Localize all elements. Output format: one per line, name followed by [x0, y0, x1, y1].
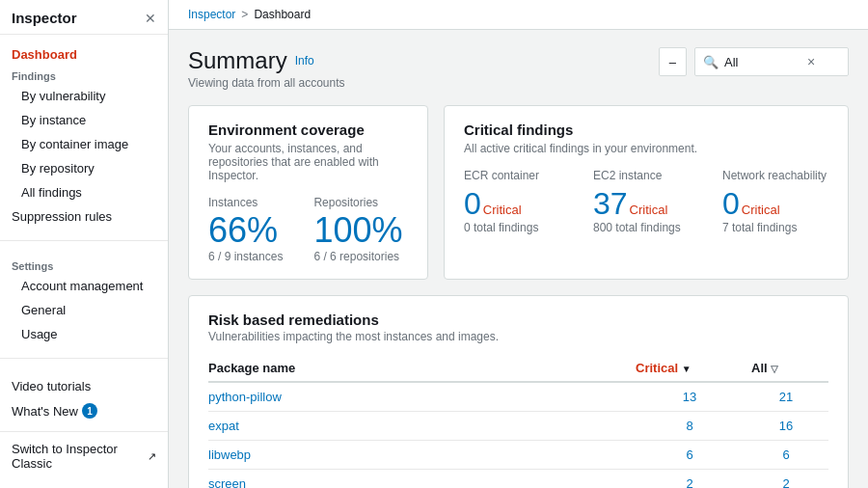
table-row: libwebp 6 6: [208, 441, 828, 470]
env-coverage-title: Environment coverage: [208, 122, 408, 138]
pkg-critical-cell: 13: [636, 382, 751, 412]
sort-icon: ▽: [771, 364, 778, 374]
sidebar-item-by-instance[interactable]: By instance: [0, 108, 168, 132]
pkg-name-cell: screen: [208, 470, 636, 489]
pkg-link[interactable]: expat: [208, 419, 239, 433]
sidebar-settings-label: Settings: [0, 257, 168, 274]
network-label: Network reachability: [722, 169, 828, 182]
critical-findings-title: Critical findings: [464, 122, 828, 138]
ec2-label: EC2 instance: [593, 169, 699, 182]
th-package-name: Package name: [208, 355, 636, 382]
network-critical-label: Critical: [742, 203, 780, 216]
pkg-critical-cell: 8: [636, 412, 751, 441]
sidebar-item-by-vulnerability[interactable]: By vulnerability: [0, 84, 168, 108]
sidebar-item-suppression-rules[interactable]: Suppression rules: [0, 204, 168, 229]
sidebar-item-usage[interactable]: Usage: [0, 322, 168, 346]
pkg-name-cell: libwebp: [208, 441, 636, 470]
ec2-sub: 800 total findings: [593, 221, 699, 234]
ecr-value: 0Critical: [464, 188, 570, 219]
search-box: 🔍 ×: [694, 47, 849, 76]
sidebar-title: Inspector: [12, 10, 77, 26]
sidebar-divider-1: [0, 240, 168, 241]
pkg-all-cell: 2: [751, 470, 828, 489]
breadcrumb-parent[interactable]: Inspector: [188, 8, 235, 21]
ec2-value: 37Critical: [593, 188, 699, 219]
page-title: Summary Info: [188, 47, 345, 74]
ecr-finding: ECR container 0Critical 0 total findings: [464, 169, 570, 234]
th-critical: Critical ▼: [636, 355, 751, 382]
sidebar-main-nav: Dashboard Findings By vulnerability By i…: [0, 35, 168, 232]
ec2-finding: EC2 instance 37Critical 800 total findin…: [593, 169, 699, 234]
critical-findings-card: Critical findings All active critical fi…: [444, 105, 849, 280]
ecr-critical-label: Critical: [483, 203, 522, 216]
risk-title: Risk based remediations: [208, 312, 828, 328]
instances-value: 66%: [208, 213, 283, 248]
sidebar-item-by-container-image[interactable]: By container image: [0, 132, 168, 156]
risk-remediations-card: Risk based remediations Vulnerabilities …: [188, 295, 849, 488]
sidebar-item-by-repository[interactable]: By repository: [0, 156, 168, 180]
pkg-critical-cell: 6: [636, 441, 751, 470]
pkg-link[interactable]: screen: [208, 476, 246, 488]
th-all: All ▽: [751, 355, 828, 382]
pkg-all-cell: 6: [751, 441, 828, 470]
main-content: Inspector > Dashboard Summary Info Viewi…: [169, 0, 868, 488]
sidebar-item-all-findings[interactable]: All findings: [0, 180, 168, 204]
sidebar-findings-label: Findings: [0, 67, 168, 84]
table-row: screen 2 2: [208, 470, 828, 489]
coverage-metrics: Instances 66% 6 / 9 instances Repositori…: [208, 196, 408, 263]
ec2-critical-label: Critical: [630, 203, 668, 216]
external-link-icon: ↗: [148, 450, 156, 463]
close-icon[interactable]: ✕: [145, 11, 156, 26]
risk-table-body: python-pillow 13 21 expat 8 16 libwebp 6…: [208, 382, 828, 488]
sidebar-bottom: Video tutorials What's New 1: [0, 366, 168, 431]
pkg-name-cell: python-pillow: [208, 382, 636, 412]
pkg-all-cell: 21: [751, 382, 828, 412]
sidebar-item-dashboard[interactable]: Dashboard: [0, 42, 168, 67]
table-header-row: Package name Critical ▼ All ▽: [208, 355, 828, 382]
repositories-value: 100%: [313, 213, 402, 248]
environment-coverage-card: Environment coverage Your accounts, inst…: [188, 105, 428, 280]
sidebar-item-whats-new[interactable]: What's New 1: [0, 398, 168, 423]
network-sub: 7 total findings: [722, 221, 828, 234]
repositories-sub: 6 / 6 repositories: [313, 250, 402, 263]
page-subtitle: Viewing data from all accounts: [188, 76, 345, 90]
page-info-link[interactable]: Info: [295, 54, 314, 68]
sidebar-item-video-tutorials[interactable]: Video tutorials: [0, 374, 168, 398]
sidebar-item-switch-inspector[interactable]: Switch to Inspector Classic ↗: [0, 431, 168, 480]
sidebar: Inspector ✕ Dashboard Findings By vulner…: [0, 0, 169, 488]
risk-table: Package name Critical ▼ All ▽ python-: [208, 355, 828, 488]
repositories-label: Repositories: [313, 196, 402, 209]
page-title-group: Summary Info Viewing data from all accou…: [188, 47, 345, 90]
table-row: expat 8 16: [208, 412, 828, 441]
pkg-all-cell: 16: [751, 412, 828, 441]
content-area: Summary Info Viewing data from all accou…: [169, 30, 868, 488]
whats-new-badge: 1: [82, 403, 97, 419]
cards-row: Environment coverage Your accounts, inst…: [188, 105, 849, 280]
search-input[interactable]: [724, 55, 801, 69]
sidebar-item-account-management[interactable]: Account management: [0, 274, 168, 298]
sidebar-item-general[interactable]: General: [0, 298, 168, 322]
sort-down-icon: ▼: [682, 364, 692, 374]
repositories-metric: Repositories 100% 6 / 6 repositories: [313, 196, 402, 263]
env-coverage-subtitle: Your accounts, instances, and repositori…: [208, 142, 408, 182]
critical-findings-subtitle: All active critical findings in your env…: [464, 142, 828, 155]
instances-label: Instances: [208, 196, 283, 209]
sidebar-settings-nav: Settings Account management General Usag…: [0, 249, 168, 350]
page-header: Summary Info Viewing data from all accou…: [188, 47, 849, 90]
pkg-name-cell: expat: [208, 412, 636, 441]
network-finding: Network reachability 0Critical 7 total f…: [722, 169, 828, 234]
breadcrumb: Inspector > Dashboard: [169, 0, 868, 30]
search-clear-icon[interactable]: ×: [807, 54, 815, 69]
ecr-sub: 0 total findings: [464, 221, 570, 234]
findings-metrics: ECR container 0Critical 0 total findings…: [464, 169, 828, 234]
breadcrumb-current: Dashboard: [254, 8, 311, 21]
filter-button[interactable]: –: [659, 47, 687, 76]
network-value: 0Critical: [722, 188, 828, 219]
pkg-link[interactable]: python-pillow: [208, 390, 282, 404]
search-icon: 🔍: [703, 55, 719, 69]
sidebar-header: Inspector ✕: [0, 0, 168, 35]
risk-subtitle: Vulnerabilities impacting the most insta…: [208, 330, 828, 343]
table-row: python-pillow 13 21: [208, 382, 828, 412]
sidebar-divider-2: [0, 358, 168, 359]
pkg-link[interactable]: libwebp: [208, 447, 251, 462]
